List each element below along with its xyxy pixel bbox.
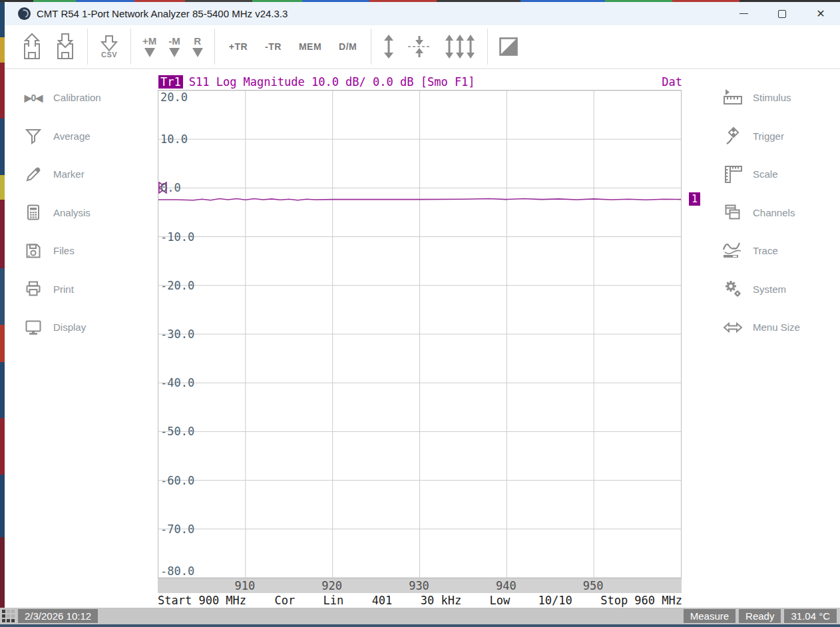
toolbar-separator [214,29,215,65]
x-axis-label: 930 [409,579,429,592]
sidebar-item-marker[interactable]: Marker [5,155,154,194]
app-logo-icon [18,7,31,20]
points-count[interactable]: 401 [372,594,393,607]
menu-item-label: System [753,284,786,295]
menu-item-menu-size[interactable]: Menu Size [704,308,840,347]
save-csv-button[interactable]: CSV [99,35,119,59]
maximize-icon [778,10,786,18]
menu-item-channels[interactable]: Channels [704,194,840,232]
menu-item-trigger[interactable]: Trigger [704,117,840,156]
channels-icon [722,204,744,221]
y-axis-label: -50.0 [160,425,194,438]
files-icon [22,242,45,260]
autoscale-all-icon [444,35,476,59]
sidebar-item-label: Files [53,245,75,256]
channel-number-badge: 1 [689,192,700,206]
y-axis-label: -80.0 [160,564,194,578]
correction-status[interactable]: Cor [274,594,295,607]
save-state-icon [55,33,76,61]
reference-marker-button[interactable]: R [192,37,203,57]
window-border [0,624,840,627]
autoscale-button[interactable] [383,35,395,59]
sidebar-item-calibration[interactable]: ▶0◀ Calibration [5,79,154,117]
print-icon [22,280,45,298]
sidebar-item-files[interactable]: Files [5,232,154,270]
x-axis-label: 940 [496,579,517,592]
autoscale-all-button[interactable] [444,35,476,59]
measure-status: Measure [684,609,735,623]
memorize-trace-button[interactable]: MEM [299,41,321,52]
trace-badge[interactable]: Tr1 [158,75,183,89]
y-axis-label: 0.0 [160,181,181,194]
display-icon [22,319,45,336]
temperature-status: 31.04 °C [784,609,837,623]
close-icon: ✕ [816,9,825,19]
calibration-glyph: ▶0◀ [25,93,42,103]
save-state-button[interactable] [55,33,76,61]
add-marker-label: +M [142,37,156,46]
ready-status: Ready [739,609,781,623]
average-count[interactable]: 10/10 [538,594,572,607]
x-axis-label: 950 [583,579,604,592]
trigger-icon [722,126,744,145]
x-axis-label: 920 [321,579,342,592]
marker-icon [22,166,45,183]
sidebar-item-display[interactable]: Display [5,308,154,347]
menu-item-label: Trace [753,245,778,256]
trace-title[interactable]: S11 Log Magnitude 10.0 dB/ 0.0 dB [Smo F… [189,75,475,89]
marker-triangle-icon [192,48,203,57]
trace-icon [722,242,744,260]
maximize-button[interactable] [763,2,801,25]
output-power[interactable]: Low [490,594,511,607]
stop-frequency[interactable]: Stop 960 MHz [600,594,682,607]
menu-item-stimulus[interactable]: Stimulus [704,79,840,117]
grip-dots-icon[interactable] [1,610,15,623]
data-memory-math-button[interactable]: D/M [339,41,357,52]
delete-trace-button[interactable]: -TR [265,41,282,52]
recall-state-icon [21,33,43,61]
minimize-button[interactable] [724,2,763,25]
sidebar-item-print[interactable]: Print [5,270,154,309]
marker-triangle-icon [169,48,180,57]
average-icon [22,127,45,144]
menu-item-trace[interactable]: Trace [704,232,840,270]
status-bar: 2/3/2026 10:12 Measure Ready 31.04 °C [0,608,840,624]
add-marker-button[interactable]: +M [142,37,156,57]
reference-marker-label: R [194,37,201,46]
y-axis-label: -30.0 [160,327,194,341]
system-icon [722,280,744,298]
autoscale-icon [383,35,395,59]
sidebar-item-label: Analysis [53,207,91,218]
add-trace-button[interactable]: +TR [229,41,248,52]
sidebar-item-analysis[interactable]: Analysis [5,194,154,232]
minimize-icon [739,13,748,14]
auto-reference-button[interactable] [407,35,432,59]
recall-state-button[interactable] [21,33,43,61]
datetime-box: 2/3/2026 10:12 [18,609,98,623]
trace-header: Tr1 S11 Log Magnitude 10.0 dB/ 0.0 dB [S… [158,75,682,89]
start-frequency[interactable]: Start 900 MHz [158,594,246,607]
marker-triangle-icon [144,48,155,57]
menu-item-label: Stimulus [753,92,791,103]
sweep-type[interactable]: Lin [323,594,344,607]
menu-item-system[interactable]: System [704,270,840,309]
toolbar-separator [130,29,131,65]
close-button[interactable]: ✕ [801,2,840,25]
window-title: CMT R54 1-Port Network Analyzer 85-5400 … [37,8,288,19]
menu-item-label: Scale [753,168,778,180]
analysis-icon [22,204,45,221]
status-right-group: Measure Ready 31.04 °C [680,609,837,623]
left-menu: ▶0◀ Calibration Average Marker Analysis … [5,69,154,608]
menu-item-scale[interactable]: Scale [704,155,840,194]
delete-marker-button[interactable]: -M [168,37,180,57]
csv-label: CSV [101,51,117,59]
y-axis-label: -70.0 [160,522,194,536]
toolbar-separator [371,29,371,65]
invert-colors-button[interactable] [499,37,518,56]
y-axis-label: 10.0 [160,132,188,146]
toolbar-separator [487,29,488,65]
auto-reference-icon [407,35,432,59]
if-bandwidth[interactable]: 30 kHz [421,594,461,607]
sidebar-item-average[interactable]: Average [5,117,154,156]
plot-area[interactable]: 1 20.010.00.0-10.0-20.0-30.0-40.0-50.0-6… [158,90,682,578]
